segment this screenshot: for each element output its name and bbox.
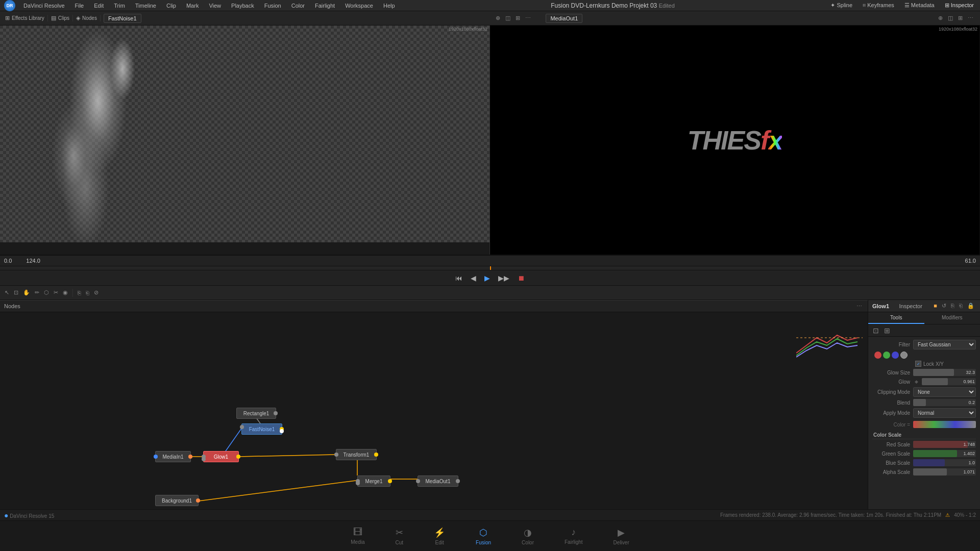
tool-delete[interactable]: ⊘: [92, 289, 100, 296]
clipping-mode-dropdown[interactable]: None: [913, 387, 976, 397]
insp-icon-2[interactable]: ⊞: [883, 326, 892, 335]
menu-file[interactable]: File: [73, 2, 86, 10]
render-info: Frames rendered: 238.0. Average: 2.96 fr…: [720, 512, 941, 518]
fusion-icon: ⬡: [479, 527, 487, 538]
menu-view[interactable]: View: [207, 2, 223, 10]
lock-xy-checkbox[interactable]: ✓: [915, 361, 921, 367]
blend-slider[interactable]: 0.2: [913, 399, 976, 406]
menu-fairlight[interactable]: Fairlight: [313, 2, 337, 10]
insp-icon-1[interactable]: ⊡: [871, 326, 880, 335]
playhead[interactable]: [490, 266, 491, 270]
next-frame-btn[interactable]: ▶▶: [496, 273, 511, 283]
tool-pan[interactable]: ✋: [21, 289, 32, 296]
node-mediaout1[interactable]: MediaOut1: [418, 475, 458, 487]
node-fastnoise1[interactable]: FastNoise1: [241, 423, 282, 435]
glow-size-slider[interactable]: 32.3: [913, 369, 976, 376]
apply-mode-row: Apply Mode Normal: [872, 408, 976, 418]
tool-poly[interactable]: ⬡: [42, 289, 51, 296]
nav-deliver[interactable]: ▶ Deliver: [614, 527, 629, 545]
loop-btn[interactable]: ⏹: [516, 273, 527, 283]
channel-r-dot[interactable]: [874, 352, 881, 359]
tool-paste[interactable]: ⎗: [84, 289, 91, 296]
node-glow1[interactable]: Glow1: [203, 451, 239, 462]
nodes-canvas[interactable]: Rectangle1 FastNoise1 MediaIn1: [0, 312, 868, 509]
inspector-lock-btn[interactable]: 🔒: [966, 302, 976, 310]
go-start-btn[interactable]: ⏮: [453, 273, 464, 283]
viewer2-toolbar-icon-3[interactable]: ⊞: [957, 14, 964, 22]
nav-fusion[interactable]: ⬡ Fusion: [476, 527, 491, 545]
tool-paint[interactable]: ✏: [33, 289, 41, 296]
nodes-menu-icon[interactable]: ⋯: [855, 303, 864, 310]
nav-fairlight[interactable]: ♪ Fairlight: [565, 527, 583, 545]
glow-keyframe-btn[interactable]: ◆: [913, 379, 920, 385]
node-rectangle1[interactable]: Rectangle1: [236, 408, 276, 419]
glow-slider[interactable]: 0.961: [922, 378, 976, 385]
apply-mode-dropdown[interactable]: Normal: [913, 408, 976, 418]
tool-pointer[interactable]: ↖: [3, 289, 11, 296]
filter-dropdown[interactable]: Fast Gaussian: [913, 340, 976, 349]
channel-b-dot[interactable]: [892, 352, 899, 359]
viewer-toolbar-icon-2[interactable]: ◫: [504, 14, 512, 22]
clips-btn[interactable]: ▤ Clips: [48, 15, 73, 21]
tab-tools[interactable]: Tools: [868, 312, 924, 324]
menu-clip[interactable]: Clip: [164, 2, 178, 10]
nodes-section: Nodes ⋯: [0, 300, 868, 509]
viewer-panels: 1920x1080xfloat32 THIESfx 1920x1080xfloa…: [0, 26, 980, 255]
nodes-btn[interactable]: ◈ Nodes: [73, 15, 101, 21]
alpha-scale-slider[interactable]: 1.071: [913, 468, 976, 475]
tool-node[interactable]: ◉: [61, 289, 69, 296]
menu-fusion[interactable]: Fusion: [262, 2, 283, 10]
node-merge1[interactable]: Merge1: [357, 475, 390, 487]
viewer2-toolbar-icon-4[interactable]: ⋯: [966, 14, 975, 22]
tab-modifiers[interactable]: Modifiers: [924, 312, 981, 324]
right-viewer-panel[interactable]: THIESfx 1920x1080xfloat32: [490, 26, 980, 255]
channel-g-dot[interactable]: [883, 352, 890, 359]
tool-cut[interactable]: ✂: [52, 289, 60, 296]
node-mediain1[interactable]: MediaIn1: [155, 451, 191, 462]
red-scale-slider[interactable]: 1.748: [913, 441, 976, 448]
menu-workspace[interactable]: Workspace: [343, 2, 375, 10]
keyframes-btn[interactable]: ⌗ Keyframes: [861, 1, 896, 10]
inspector-mini-toolbar: ⊡ ⊞: [868, 324, 980, 337]
nav-edit[interactable]: ⚡ Edit: [434, 527, 445, 545]
menu-davinci[interactable]: DaVinci Resolve: [21, 2, 67, 10]
timeline-ruler[interactable]: // ticks drawn via JS below: [0, 266, 980, 270]
glow-value: 0.961: [963, 378, 975, 385]
play-btn[interactable]: ▶: [482, 273, 492, 283]
prev-frame-btn[interactable]: ◀: [469, 273, 478, 283]
menu-help[interactable]: Help: [381, 2, 397, 10]
alpha-scale-value: 1.071: [963, 468, 975, 475]
viewer2-toolbar-icon-1[interactable]: ⊕: [937, 14, 944, 22]
nav-media[interactable]: 🎞 Media: [351, 527, 364, 545]
blue-scale-slider[interactable]: 1.0: [913, 459, 976, 466]
menu-timeline[interactable]: Timeline: [133, 2, 158, 10]
node-transform1[interactable]: Transform1: [336, 449, 377, 460]
viewer-toolbar-icon-1[interactable]: ⊕: [494, 14, 502, 22]
viewer-toolbar-icon-3[interactable]: ⊞: [514, 14, 522, 22]
menu-edit[interactable]: Edit: [92, 2, 106, 10]
menu-color[interactable]: Color: [289, 2, 307, 10]
nav-cut[interactable]: ✂ Cut: [396, 527, 404, 545]
inspector-copy-btn[interactable]: ⎘: [949, 302, 956, 310]
tool-copy[interactable]: ⎘: [76, 289, 83, 296]
metadata-btn[interactable]: ☰ Metadata: [902, 1, 937, 10]
inspector-color-btn[interactable]: ■: [932, 302, 939, 310]
inspector-reset-btn[interactable]: ↺: [940, 302, 948, 310]
inspector-paste-btn[interactable]: ⎗: [958, 302, 964, 310]
spline-btn[interactable]: ✦ Spline: [828, 1, 854, 10]
nav-color[interactable]: ◑ Color: [522, 527, 534, 545]
inspector-title: Inspector: [899, 303, 922, 309]
menu-playback[interactable]: Playback: [229, 2, 256, 10]
inspector-btn[interactable]: ⊞ Inspector: [943, 1, 976, 10]
node-background1[interactable]: Background1: [155, 495, 199, 506]
viewer2-toolbar-icon-2[interactable]: ◫: [946, 14, 954, 22]
menu-mark[interactable]: Mark: [184, 2, 201, 10]
viewer-toolbar-icon-4[interactable]: ⋯: [524, 14, 532, 22]
channel-a-dot[interactable]: [900, 352, 908, 359]
tool-select[interactable]: ⊡: [12, 289, 20, 296]
green-scale-slider[interactable]: 1.402: [913, 450, 976, 457]
menu-trim[interactable]: Trim: [112, 2, 127, 10]
left-viewer-canvas[interactable]: 1920x1080xfloat32: [0, 26, 489, 242]
effects-library-btn[interactable]: ⊞ Effects Library: [2, 15, 48, 21]
nav-fusion-label: Fusion: [476, 540, 491, 545]
